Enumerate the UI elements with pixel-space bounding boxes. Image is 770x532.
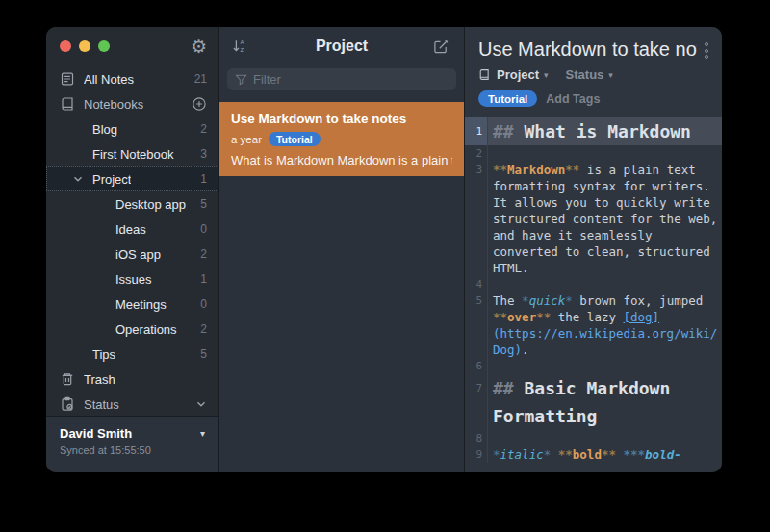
sidebar-item-status[interactable]: Status <box>46 392 218 416</box>
editor-line-2[interactable]: 2 <box>465 145 722 162</box>
editor-line-9[interactable]: 9*italic* **bold** ***bold- <box>465 446 722 463</box>
sidebar-item-label: Tips <box>92 347 116 362</box>
editor-line-6[interactable]: 6 <box>465 358 722 374</box>
editor-line-text[interactable] <box>488 145 722 162</box>
note-item-tag-badge: Tutorial <box>269 132 321 146</box>
line-number: 1 <box>465 117 488 145</box>
note-count-badge: 2 <box>200 247 207 261</box>
line-number: 4 <box>465 276 488 292</box>
editor-line-4[interactable]: 4 <box>465 276 722 292</box>
note-count-badge: 1 <box>200 172 207 186</box>
app-window: ⚙ All Notes21NotebooksBlog2First Noteboo… <box>46 27 722 472</box>
editor-line-text[interactable]: **Markdown** is a plain text formatting … <box>488 162 722 276</box>
add-tags-button[interactable]: Add Tags <box>546 92 600 106</box>
note-count-badge: 5 <box>200 347 207 361</box>
sidebar-item-all-notes[interactable]: All Notes21 <box>46 66 218 91</box>
editor-line-3[interactable]: 3**Markdown** is a plain text formatting… <box>465 162 722 276</box>
editor-line-8[interactable]: 8 <box>465 430 722 446</box>
new-note-button[interactable] <box>433 37 452 56</box>
note-item-age: a year <box>231 134 262 145</box>
sidebar-item-tips[interactable]: Tips5 <box>46 342 218 367</box>
user-name: David Smith <box>60 426 132 441</box>
note-count-badge: 1 <box>200 272 207 286</box>
settings-gear-icon[interactable]: ⚙ <box>191 38 207 56</box>
notebook-icon <box>60 96 75 112</box>
line-number: 9 <box>465 446 488 463</box>
sidebar-item-label: Blog <box>92 122 117 137</box>
sidebar-item-project[interactable]: Project1 <box>46 166 218 191</box>
editor-line-text[interactable]: ## What is Markdown <box>488 117 722 145</box>
note-title-input[interactable]: Use Markdown to take note <box>478 38 697 61</box>
note-count-badge: 2 <box>200 322 207 336</box>
editor-pane: Use Markdown to take note Project ▾ Stat… <box>465 27 722 472</box>
editor-line-text[interactable]: *italic* **bold** ***bold- <box>488 446 722 463</box>
note-item-title: Use Markdown to take notes <box>231 112 452 126</box>
caret-down-icon: ▾ <box>544 70 549 80</box>
line-number: 7 <box>465 374 488 430</box>
sidebar-item-trash[interactable]: Trash <box>46 367 218 392</box>
caret-down-icon: ▾ <box>200 428 205 439</box>
sidebar-item-notebooks[interactable]: Notebooks <box>46 91 218 116</box>
note-menu-button[interactable] <box>703 40 710 61</box>
sidebar-item-blog[interactable]: Blog2 <box>46 116 218 141</box>
editor-line-7[interactable]: 7## Basic Markdown Formatting <box>465 374 722 430</box>
notebook-name: Project <box>497 67 539 82</box>
account-switcher[interactable]: David Smith ▾ Synced at 15:55:50 <box>46 416 218 472</box>
note-list-item[interactable]: Use Markdown to take notes a year Tutori… <box>219 102 464 176</box>
editor-line-text[interactable]: ## Basic Markdown Formatting <box>488 374 722 430</box>
caret-down-icon: ▾ <box>608 70 613 80</box>
tag-tutorial[interactable]: Tutorial <box>478 90 537 107</box>
sidebar-item-label: Issues <box>116 272 152 287</box>
note-item-preview: What is Markdown Markdown is a plain tex… <box>231 153 452 167</box>
editor-line-text[interactable] <box>488 430 722 446</box>
close-window-button[interactable] <box>60 40 71 52</box>
zoom-window-button[interactable] <box>98 40 110 52</box>
editor-line-text[interactable] <box>488 358 722 374</box>
notebook-dropdown[interactable]: Project ▾ <box>478 67 549 82</box>
line-number: 3 <box>465 162 488 276</box>
all-notes-icon <box>60 71 75 87</box>
chevron-down-icon <box>195 398 207 410</box>
sidebar-item-issues[interactable]: Issues1 <box>46 266 218 291</box>
svg-text:A: A <box>240 39 244 45</box>
editor-header: Use Markdown to take note Project ▾ Stat… <box>465 27 722 114</box>
note-count-badge: 21 <box>194 72 207 86</box>
editor-line-5[interactable]: 5The *quick* brown fox, jumped **over** … <box>465 292 722 358</box>
sidebar-item-desktop-app[interactable]: Desktop app5 <box>46 191 218 216</box>
note-list-header: A Z Project <box>219 27 464 65</box>
status-dropdown[interactable]: Status ▾ <box>566 67 613 82</box>
line-number: 2 <box>465 145 488 162</box>
filter-field <box>227 68 456 90</box>
sidebar-item-first-notebook[interactable]: First Notebook3 <box>46 141 218 166</box>
editor-line-text[interactable]: The *quick* brown fox, jumped **over** t… <box>488 292 722 358</box>
filter-input[interactable] <box>253 72 449 87</box>
note-count-badge: 0 <box>200 297 207 311</box>
sidebar-item-label: Project <box>92 172 131 187</box>
sync-status: Synced at 15:55:50 <box>60 444 205 456</box>
editor-line-1[interactable]: 1## What is Markdown <box>465 117 722 145</box>
filter-funnel-icon <box>235 73 247 86</box>
sidebar: ⚙ All Notes21NotebooksBlog2First Noteboo… <box>46 27 219 472</box>
sidebar-item-ideas[interactable]: Ideas0 <box>46 216 218 241</box>
sidebar-item-ios-app[interactable]: iOS app2 <box>46 241 218 266</box>
line-number: 8 <box>465 430 488 446</box>
minimize-window-button[interactable] <box>79 40 90 52</box>
sidebar-item-label: Ideas <box>116 222 146 237</box>
sidebar-item-operations[interactable]: Operations2 <box>46 317 218 342</box>
sidebar-item-label: iOS app <box>116 247 161 262</box>
trash-icon <box>60 371 75 387</box>
sidebar-item-meetings[interactable]: Meetings0 <box>46 291 218 317</box>
note-count-badge: 2 <box>200 122 207 136</box>
window-controls <box>60 40 110 52</box>
status-label: Status <box>566 67 604 82</box>
note-list-pane: A Z Project <box>219 27 465 472</box>
sidebar-item-label: Status <box>84 397 119 412</box>
line-number: 6 <box>465 358 488 374</box>
editor-line-text[interactable] <box>488 276 722 292</box>
markdown-editor[interactable]: 1## What is Markdown2 3**Markdown** is a… <box>465 114 722 472</box>
sort-button[interactable]: A Z <box>231 37 250 56</box>
sidebar-titlebar: ⚙ <box>46 27 218 65</box>
add-notebook-button[interactable] <box>192 96 207 112</box>
note-count-badge: 5 <box>200 197 207 211</box>
notelist-title: Project <box>250 38 433 55</box>
